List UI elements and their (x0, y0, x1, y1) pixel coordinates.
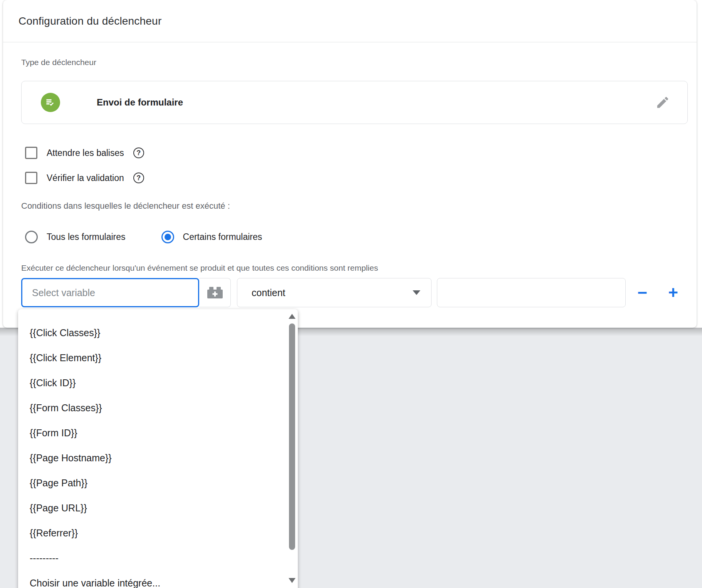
condition-builder-row: Select variable contient − + (21, 278, 684, 307)
wait-for-tags-help-icon[interactable]: ? (133, 147, 144, 158)
some-forms-radio-group[interactable]: Certains formulaires (161, 231, 262, 243)
variable-dropdown: {{Click Classes}} {{Click Element}} {{Cl… (18, 309, 298, 588)
check-validation-checkbox[interactable] (25, 172, 37, 184)
card-header: Configuration du déclencheur (3, 0, 697, 42)
all-forms-radio-group[interactable]: Tous les formulaires (25, 231, 126, 243)
all-forms-label: Tous les formulaires (47, 232, 126, 242)
form-submission-icon (41, 93, 60, 112)
choose-built-in-variable-option[interactable]: Choisir une variable intégrée... (18, 571, 298, 588)
dropdown-separator: --------- (18, 546, 298, 571)
variable-option[interactable]: {{Page Hostname}} (18, 446, 298, 471)
operator-select[interactable]: contient (237, 278, 432, 307)
wait-for-tags-row: Attendre les balises ? (25, 146, 144, 159)
variable-option[interactable]: {{Page URL}} (18, 496, 298, 521)
variable-dropdown-list: {{Click Classes}} {{Click Element}} {{Cl… (18, 309, 298, 588)
check-validation-help-icon[interactable]: ? (133, 173, 144, 183)
variable-option[interactable]: {{Form Classes}} (18, 395, 298, 420)
filter-instruction-label: Exécuter ce déclencheur lorsqu'un événem… (21, 263, 378, 273)
variable-option[interactable]: {{Click Element}} (18, 345, 298, 370)
variable-option[interactable]: {{Form ID}} (18, 420, 298, 446)
radio-selected-dot (165, 234, 171, 240)
trigger-type-card[interactable]: Envoi de formulaire (21, 81, 688, 124)
chevron-down-icon (413, 290, 420, 295)
condition-value-input[interactable] (437, 278, 626, 307)
variable-option[interactable]: {{Click ID}} (18, 370, 298, 395)
operator-value: contient (252, 287, 286, 298)
check-validation-label: Vérifier la validation (47, 173, 124, 183)
trigger-configuration-page: Configuration du déclencheur Type de déc… (0, 0, 702, 588)
variable-select-placeholder: Select variable (32, 287, 95, 298)
scroll-up-arrow-icon[interactable] (289, 314, 296, 319)
scrollbar-thumb[interactable] (289, 323, 295, 550)
conditions-section-label: Conditions dans lesquelles le déclencheu… (21, 201, 230, 211)
trigger-configuration-card: Configuration du déclencheur Type de déc… (3, 0, 697, 328)
variable-option[interactable]: {{Click Classes}} (18, 320, 298, 345)
all-forms-radio[interactable] (25, 231, 38, 243)
trigger-type-name: Envoi de formulaire (97, 97, 183, 108)
add-condition-button[interactable]: + (662, 281, 684, 304)
some-forms-radio[interactable] (161, 231, 174, 243)
scroll-down-arrow-icon[interactable] (289, 578, 296, 583)
wait-for-tags-checkbox[interactable] (25, 147, 37, 159)
variable-picker-button[interactable] (199, 278, 231, 307)
variable-option[interactable]: {{Referrer}} (18, 521, 298, 546)
variable-select-input[interactable]: Select variable (21, 278, 199, 307)
check-validation-row: Vérifier la validation ? (25, 171, 144, 184)
remove-condition-button[interactable]: − (631, 281, 653, 304)
some-forms-label: Certains formulaires (183, 232, 262, 242)
forms-scope-radio-row: Tous les formulaires Certains formulaire… (25, 230, 262, 243)
page-title: Configuration du déclencheur (18, 15, 161, 27)
trigger-type-section-label: Type de déclencheur (21, 58, 96, 67)
variable-option[interactable]: {{Page Path}} (18, 471, 298, 496)
dropdown-scrollbar[interactable] (288, 311, 296, 588)
wait-for-tags-label: Attendre les balises (47, 148, 124, 158)
edit-trigger-type-button[interactable] (654, 94, 671, 111)
